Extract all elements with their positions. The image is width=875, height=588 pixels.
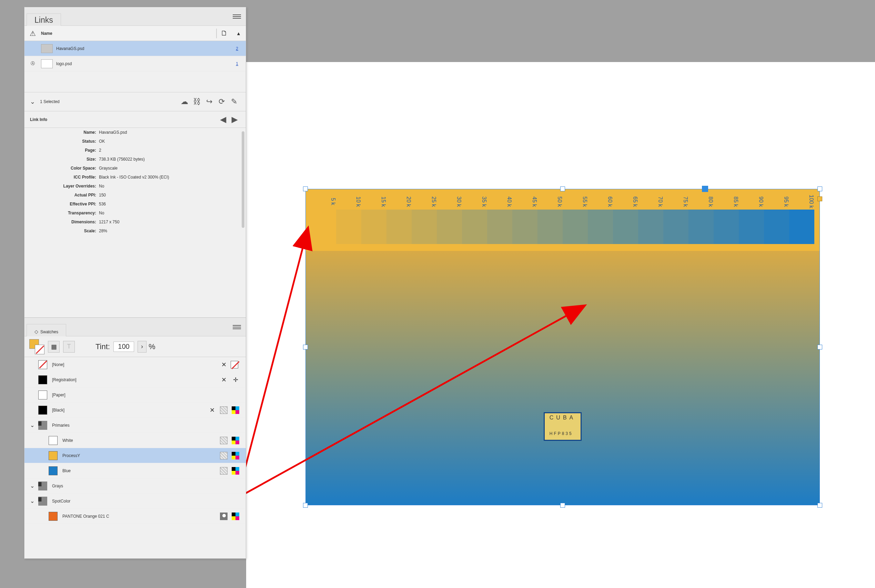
panels-column: × ‹‹ Links ⚠ Name 🗋 ▲ HavanaGS.psd2Ⓐlogo… (24, 7, 246, 559)
resize-handle[interactable] (303, 345, 308, 350)
chevron-down-icon[interactable]: ⌄ (30, 498, 38, 504)
swatch-row[interactable]: [Black]✕ (24, 403, 246, 418)
link-row[interactable]: Ⓐlogo.psd1 (24, 56, 246, 71)
hatch-icon (219, 406, 228, 414)
swatch-group[interactable]: ⌄▇Grays (24, 478, 246, 494)
swatch-row[interactable]: PANTONE Orange 021 C (24, 509, 246, 524)
link-info-title: Link Info (30, 117, 47, 122)
swatch-name: ProcessY (62, 453, 217, 458)
info-value: 150 (99, 193, 240, 198)
goto-link-icon[interactable]: ↪ (203, 97, 216, 106)
resize-handle[interactable] (817, 503, 822, 508)
tint-stepper-icon[interactable]: › (138, 341, 147, 352)
info-value: OK (99, 139, 240, 144)
swatch-color (38, 390, 47, 399)
link-count[interactable]: 1 (225, 62, 246, 66)
swatch-row[interactable]: Blue (24, 463, 246, 478)
info-row: ICC Profile:Black Ink - ISO Coated v2 30… (24, 172, 246, 182)
cmyk-icon (231, 437, 240, 444)
info-row: Page:2 (24, 146, 246, 155)
info-value: Black Ink - ISO Coated v2 300% (ECI) (99, 175, 240, 180)
pencil-x-icon: ✕ (207, 406, 217, 414)
text-formatting-button[interactable]: T (63, 341, 75, 352)
resize-handle[interactable] (303, 186, 308, 191)
link-thumbnail (41, 59, 53, 68)
swatch-row[interactable]: [None]✕ (24, 357, 246, 372)
info-value: No (99, 184, 240, 189)
pencil-x-icon: ✕ (219, 361, 228, 369)
info-value: 2 (99, 148, 240, 153)
chevron-down-icon[interactable]: ⌄ (30, 422, 38, 428)
resize-handle[interactable] (560, 186, 565, 191)
swatch-row[interactable]: White (24, 433, 246, 448)
info-row: Effective PPI:536 (24, 200, 246, 208)
tab-links[interactable]: Links (27, 14, 61, 26)
tint-unit: % (149, 342, 156, 351)
swatch-name: Blue (62, 468, 217, 473)
swatch-name: [Black] (52, 408, 205, 412)
chevron-down-icon[interactable]: ⌄ (30, 98, 35, 105)
link-filename: logo.psd (56, 62, 225, 66)
swatches-tabbar: ◇Swatches (24, 318, 246, 336)
page-icon[interactable]: 🗋 (217, 29, 231, 37)
swatch-row[interactable]: ProcessY (24, 448, 246, 463)
cmyk-icon (231, 406, 240, 414)
swatch-name: [Registration] (52, 377, 217, 382)
tab-swatches[interactable]: ◇Swatches (27, 324, 66, 336)
content-indicator[interactable] (817, 196, 822, 201)
reference-point[interactable] (702, 186, 708, 192)
info-row: Actual PPI:150 (24, 190, 246, 200)
swatch-color (38, 375, 47, 384)
container-formatting-button[interactable]: ▦ (48, 341, 60, 352)
none-icon (231, 361, 240, 369)
hatch-icon (219, 452, 228, 459)
relink-cc-icon[interactable]: ☁ (178, 97, 191, 106)
info-row: Layer Overrides:No (24, 182, 246, 190)
panel-menu-icon[interactable] (233, 14, 241, 19)
prev-link-icon[interactable]: ◀ (218, 115, 229, 124)
tint-input[interactable] (113, 342, 134, 352)
swatches-title: Swatches (41, 330, 58, 334)
relink-icon[interactable]: ⛓ (191, 97, 203, 106)
cmyk-icon (231, 452, 240, 459)
resize-handle[interactable] (560, 503, 565, 508)
link-count[interactable]: 2 (225, 46, 246, 51)
swatch-row[interactable]: [Paper] (24, 387, 246, 403)
stroke-proxy[interactable] (35, 345, 45, 354)
info-row: Scale:28% (24, 226, 246, 236)
chevron-down-icon[interactable]: ⌄ (30, 483, 38, 489)
resize-handle[interactable] (303, 503, 308, 508)
spot-icon (219, 513, 228, 520)
selected-count: 1 Selected (40, 99, 60, 104)
fill-stroke-proxy[interactable] (29, 339, 45, 354)
info-row: Dimensions:1217 x 750 (24, 218, 246, 226)
panel-menu-icon[interactable] (233, 324, 241, 330)
info-label: Page: (30, 148, 99, 153)
link-row[interactable]: HavanaGS.psd2 (24, 41, 246, 56)
sort-icon[interactable]: ▲ (231, 31, 246, 36)
next-link-icon[interactable]: ▶ (229, 115, 240, 124)
cmyk-icon (231, 467, 240, 475)
resize-handle[interactable] (817, 186, 822, 191)
info-label: Transparency: (30, 211, 99, 215)
hatch-icon (219, 467, 228, 475)
swatch-row[interactable]: [Registration]✕✛ (24, 372, 246, 387)
link-info-body: Name:HavanaGS.psdStatus:OKPage:2Size:738… (24, 128, 246, 317)
links-footer: ⌄ 1 Selected ☁ ⛓ ↪ ⟳ ✎ (24, 92, 246, 111)
links-header[interactable]: ⚠ Name 🗋 ▲ (24, 26, 246, 41)
info-label: Actual PPI: (30, 193, 99, 198)
edit-original-icon[interactable]: ✎ (228, 97, 240, 106)
info-row: Name:HavanaGS.psd (24, 128, 246, 137)
swatch-color (38, 406, 47, 415)
resize-handle[interactable] (817, 345, 822, 350)
scrollbar[interactable] (242, 131, 245, 228)
swatch-group[interactable]: ⌄▇Primaries (24, 418, 246, 433)
swatch-name: Primaries (52, 423, 240, 428)
info-label: ICC Profile: (30, 175, 99, 180)
swatch-name: PANTONE Orange 021 C (62, 514, 217, 519)
swatch-group[interactable]: ⌄▇SpotColor (24, 494, 246, 509)
update-link-icon[interactable]: ⟳ (216, 97, 228, 106)
placed-image-frame[interactable]: 5 k10 k15 k20 k25 k30 k35 k40 k45 k50 k5… (305, 189, 820, 505)
swatch-name: Grays (52, 484, 240, 488)
info-label: Size: (30, 157, 99, 162)
